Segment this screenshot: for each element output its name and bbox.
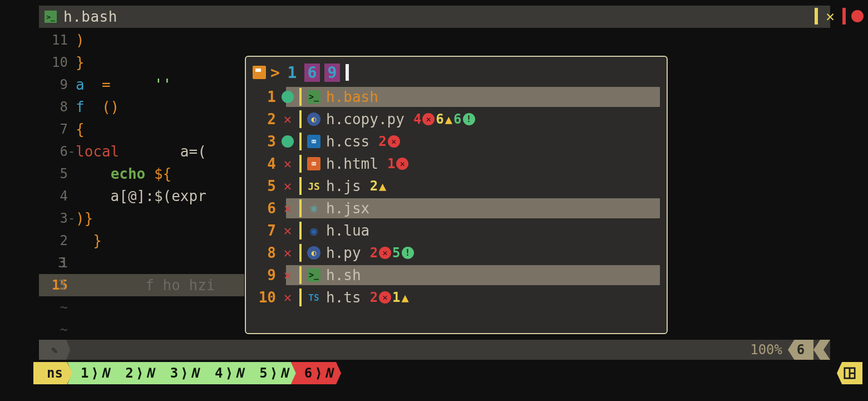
line-number: 4 <box>39 185 68 207</box>
session-name[interactable]: ns <box>33 362 73 384</box>
picker-item[interactable]: 4✕⌧h.html1✕ <box>250 153 662 175</box>
end-of-buffer-icon: ~ <box>39 319 68 341</box>
picker-item[interactable]: 6✕⚛h.jsx <box>250 197 662 219</box>
window-close-button[interactable]: ✕ <box>826 8 835 25</box>
picker-item[interactable]: 7✕◉h.lua <box>250 219 662 242</box>
window-tab[interactable]: 5⟩N <box>246 362 296 384</box>
neovim-icon: N <box>325 365 331 381</box>
titlebar: >_ h.bash <box>39 6 830 28</box>
diagnostics: 4✕6▲6! <box>413 111 475 127</box>
window-record-icon <box>851 10 864 22</box>
neovim-icon: N <box>280 365 286 381</box>
layout-icon[interactable] <box>837 362 862 384</box>
picker-item-index: 4 <box>250 155 276 172</box>
diagnostics: 2✕ <box>378 134 400 149</box>
separator-icon <box>299 266 302 284</box>
end-of-buffer-icon: ~ <box>39 296 68 319</box>
neovim-icon: N <box>146 365 152 381</box>
picker-item[interactable]: 3⌧h.css2✕ <box>250 130 662 153</box>
warning-icon: ▲ <box>379 179 386 193</box>
neovim-icon: N <box>101 365 107 381</box>
picker-item-filename: h.bash <box>326 89 378 105</box>
close-icon: ✕ <box>282 158 294 170</box>
jsx-icon: ⚛ <box>307 202 320 215</box>
picker-item-index: 2 <box>250 111 276 128</box>
warning-icon: ▲ <box>402 291 409 305</box>
picker-prompt-icon: > <box>270 63 280 82</box>
picker-query-char: 1 <box>284 63 300 82</box>
mode-indicator: ✎ <box>39 340 70 360</box>
buffer-picker[interactable]: > 1 6 9 1>_h.bash2✕◐h.copy.py4✕6▲6!3⌧h.c… <box>245 56 668 334</box>
picker-item-filename: h.ts <box>326 289 361 306</box>
diagnostics: 2▲ <box>370 178 387 194</box>
dot-icon <box>282 135 294 148</box>
session-tabs: ns 1⟩N2⟩N3⟩N4⟩N5⟩N6⟩N <box>33 362 341 384</box>
separator-icon <box>299 177 302 195</box>
picker-item[interactable]: 1>_h.bash <box>250 86 662 108</box>
error-icon: ✕ <box>388 135 400 148</box>
warning-icon: ▲ <box>445 113 452 126</box>
picker-item[interactable]: 10✕TSh.ts2✕1▲ <box>250 286 662 309</box>
buffer-title: h.bash <box>63 8 117 25</box>
picker-item[interactable]: 2✕◐h.copy.py4✕6▲6! <box>250 108 662 130</box>
line-number: 5 <box>39 163 68 185</box>
term-icon: >_ <box>307 268 320 282</box>
fold-mark: 3 <box>58 252 66 274</box>
neovim-icon: N <box>191 365 197 381</box>
save-icon <box>253 66 266 79</box>
picker-item[interactable]: 8✕◐h.py2✕5! <box>250 242 662 264</box>
line-number: 7 <box>39 118 68 140</box>
column-indicator: 6 <box>788 340 813 360</box>
separator-icon <box>299 244 302 262</box>
line-number: 8 <box>39 96 68 118</box>
separator-icon <box>299 110 302 128</box>
css-icon: ⌧ <box>307 135 320 148</box>
sign-column-icon: - <box>68 207 75 229</box>
separator-icon <box>299 155 302 173</box>
status-arrow-icon <box>813 340 830 360</box>
separator-icon <box>299 199 302 217</box>
scroll-percent: 100% <box>744 342 788 358</box>
line-number: 2 <box>39 229 68 252</box>
picker-item-filename: h.copy.py <box>326 111 405 128</box>
info-icon: ! <box>463 113 475 125</box>
close-icon: ✕ <box>282 291 294 304</box>
neovim-icon: N <box>235 365 241 381</box>
ts-icon: TS <box>307 291 320 304</box>
fold-mark: 3 <box>58 274 66 296</box>
picker-list: 1>_h.bash2✕◐h.copy.py4✕6▲6!3⌧h.css2✕4✕⌧h… <box>250 86 662 309</box>
error-icon: ✕ <box>379 291 391 304</box>
terminal-icon: >_ <box>45 11 57 23</box>
py-icon: ◐ <box>307 113 320 126</box>
py-icon: ◐ <box>307 246 320 260</box>
picker-header: > 1 6 9 <box>250 60 662 85</box>
window-controls: ✕ <box>815 8 864 25</box>
term-icon: >_ <box>307 90 320 104</box>
picker-item[interactable]: 5✕JSh.js2▲ <box>250 175 662 197</box>
error-icon: ✕ <box>422 113 435 125</box>
picker-item[interactable]: 9✕>_h.sh <box>250 264 662 286</box>
picker-item-filename: h.lua <box>326 222 369 239</box>
window-modified-icon <box>815 8 818 25</box>
picker-item-index: 7 <box>250 222 276 239</box>
close-icon: ✕ <box>282 180 294 192</box>
picker-item-index: 3 <box>250 133 276 150</box>
line-number: 6 <box>39 140 68 163</box>
picker-item-filename: h.sh <box>326 267 361 283</box>
separator-icon <box>299 222 302 239</box>
window-tab[interactable]: 2⟩N <box>112 362 162 384</box>
picker-item-filename: h.jsx <box>326 200 369 217</box>
close-icon: ✕ <box>282 113 294 125</box>
editor[interactable]: 3 3 11) 10} 9a = '' 8f () 7{ -6local a=(… <box>39 29 250 341</box>
picker-item-index: 9 <box>250 267 276 283</box>
close-icon: ✕ <box>282 269 294 281</box>
picker-item-filename: h.py <box>326 244 361 261</box>
window-tab[interactable]: 1⟩N <box>67 362 117 384</box>
sign-column-icon: - <box>68 140 75 163</box>
window-tab[interactable]: 4⟩N <box>201 362 251 384</box>
line-number: 11 <box>39 29 68 51</box>
diagnostics: 2✕1▲ <box>370 290 409 305</box>
window-tab[interactable]: 6⟩N <box>291 362 341 384</box>
window-tab[interactable]: 3⟩N <box>157 362 207 384</box>
picker-item-filename: h.css <box>326 133 369 150</box>
